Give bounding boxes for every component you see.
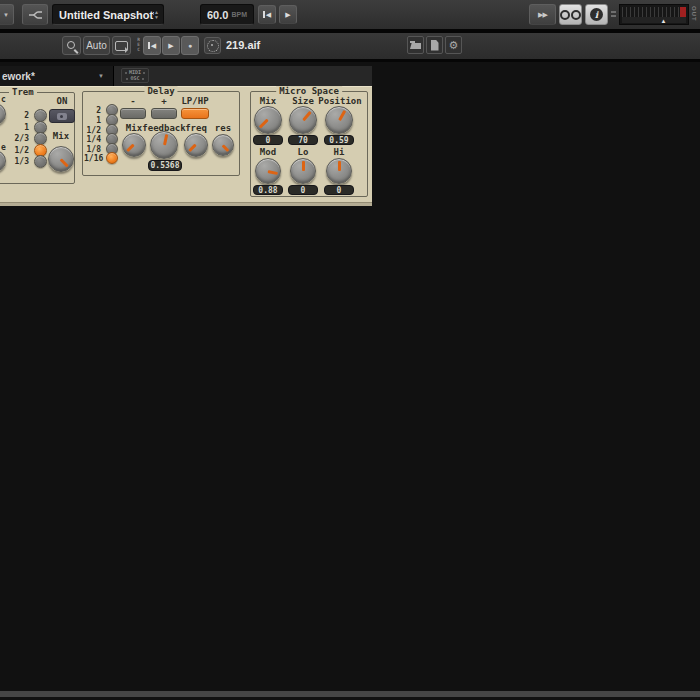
snapshot-spinner[interactable]: ▲ ▼ xyxy=(154,10,159,19)
micro-mix-value: 0 xyxy=(253,135,283,145)
micro-hi-knob[interactable] xyxy=(326,158,352,184)
fast-forward-button[interactable]: ▶▶ xyxy=(529,4,556,25)
transport-play-button[interactable]: ▶ xyxy=(162,36,180,55)
settings-button[interactable]: ⚙ xyxy=(445,36,462,54)
snapshot-field[interactable]: Untitled Snapshot* ▲ ▼ xyxy=(52,4,164,25)
record-icon: ● xyxy=(188,42,192,49)
rewind-icon: ◀ xyxy=(151,42,156,50)
meter-grip-icon xyxy=(611,11,616,17)
micro-hi-label: Hi xyxy=(334,147,345,157)
transport-record-button[interactable]: ● xyxy=(181,36,199,55)
micro-size-value: 70 xyxy=(288,135,318,145)
search-icon xyxy=(66,40,78,52)
loop-icon xyxy=(115,41,128,51)
micro-mod-value: 0.88 xyxy=(253,185,283,195)
file-actions-group: ⚙ xyxy=(407,36,462,54)
reaktor-app-window: ▼ Untitled Snapshot* ▲ ▼ 60.0 BPM ◀ ▶ ▶▶ xyxy=(0,0,700,700)
preset-dropdown[interactable]: ework* ▼ xyxy=(0,66,114,86)
micro-space-title: Micro Space xyxy=(276,86,342,96)
micro-mix-knob[interactable] xyxy=(254,106,282,134)
trem-rate-label: 1/3 xyxy=(10,157,29,166)
micro-position-knob[interactable] xyxy=(325,106,353,134)
trem-rate-label: 2/3 xyxy=(10,134,29,143)
chevron-down-icon: ▼ xyxy=(98,73,104,79)
trem-mix-knob[interactable] xyxy=(48,146,74,172)
micro-size-knob[interactable] xyxy=(289,106,317,134)
delay-res-knob[interactable] xyxy=(212,134,234,156)
transport-rewind-button[interactable]: ◀ xyxy=(143,36,161,55)
audio-file-button[interactable] xyxy=(204,37,221,54)
delay-lphp-label: LP/HP xyxy=(181,96,208,106)
step-back-icon: ◀ xyxy=(266,11,271,19)
loop-button[interactable] xyxy=(112,36,131,55)
save-file-button[interactable] xyxy=(426,36,443,54)
trem-rate-row: 1/3 xyxy=(10,155,47,168)
trem-on-button[interactable] xyxy=(49,109,75,123)
midi-osc-indicator[interactable]: MIDI OSC xyxy=(121,68,149,83)
osc-label: OSC xyxy=(130,76,139,81)
transport-toolbar: Auto REC ◀ ▶ ● 219.aif ⚙ xyxy=(0,33,700,62)
dotted-circle-icon xyxy=(207,40,219,52)
output-level-meter[interactable]: ▲ xyxy=(619,4,689,25)
delay-freq-knob[interactable] xyxy=(184,133,208,157)
bpm-field[interactable]: 60.0 BPM xyxy=(200,4,254,25)
micro-mod-knob[interactable] xyxy=(255,158,281,184)
spinner-down-icon[interactable]: ▼ xyxy=(154,15,159,19)
info-button[interactable]: i xyxy=(585,4,608,25)
tape-recorder-button[interactable] xyxy=(559,4,582,25)
trem-rate-label: 2 xyxy=(10,111,29,120)
auto-label: Auto xyxy=(86,40,107,51)
delay-rate-label: 1/16 xyxy=(84,154,101,163)
delay-plus-button[interactable] xyxy=(151,108,177,119)
file-icon xyxy=(431,40,439,51)
micro-lo-knob[interactable] xyxy=(290,158,316,184)
panel-bottom-edge xyxy=(0,202,372,206)
knob-pointer xyxy=(291,159,315,183)
delay-minus-label: - xyxy=(130,96,135,106)
micro-mod-label: Mod xyxy=(260,147,276,157)
status-bar xyxy=(0,691,700,697)
bpm-step-back-button[interactable]: ◀ xyxy=(258,5,276,24)
trem-rate-label: 1/2 xyxy=(10,146,29,155)
delay-feedback-value: 0.5368 xyxy=(148,160,182,171)
knob-pointer xyxy=(327,159,351,183)
delay-rate-led[interactable] xyxy=(106,152,118,164)
rewind-bar-icon xyxy=(148,42,150,49)
meter-gain-track[interactable]: ▲ xyxy=(622,17,686,23)
delay-mix-knob[interactable] xyxy=(122,133,146,157)
bpm-step-forward-button[interactable]: ▶ xyxy=(279,5,297,24)
info-icon: i xyxy=(590,8,603,21)
delay-feedback-knob[interactable] xyxy=(150,131,178,159)
out-label: OUT xyxy=(691,6,697,22)
micro-lo-label: Lo xyxy=(298,147,309,157)
trem-mix-label: Mix xyxy=(53,131,69,141)
power-icon xyxy=(57,113,67,120)
bpm-unit-label: BPM xyxy=(231,11,247,18)
delay-plus-label: + xyxy=(161,96,166,106)
auto-button[interactable]: Auto xyxy=(83,36,110,55)
osc-row: OSC xyxy=(126,76,143,81)
delay-title: Delay xyxy=(144,86,177,96)
structure-view-button[interactable] xyxy=(22,4,48,25)
folder-icon xyxy=(410,41,421,49)
play-icon: ▶ xyxy=(168,42,173,50)
bpm-value[interactable]: 60.0 xyxy=(201,9,228,21)
meter-gain-pointer[interactable]: ▲ xyxy=(660,18,666,24)
open-folder-button[interactable] xyxy=(407,36,424,54)
main-toolbar: ▼ Untitled Snapshot* ▲ ▼ 60.0 BPM ◀ ▶ ▶▶ xyxy=(0,0,700,29)
instrument-header: ework* ▼ MIDI OSC xyxy=(0,66,372,86)
trem-rate-label: 1 xyxy=(10,123,29,132)
delay-rate-row: 1/16 xyxy=(84,152,118,164)
delay-minus-button[interactable] xyxy=(120,108,146,119)
gear-icon: ⚙ xyxy=(449,40,459,51)
trem-title: Trem xyxy=(9,87,37,97)
fast-forward-icon: ▶▶ xyxy=(538,11,547,19)
knob-pointer xyxy=(149,130,180,161)
delay-lphp-button[interactable] xyxy=(181,108,209,119)
left-cut-dropdown-button[interactable]: ▼ xyxy=(0,4,14,25)
knob-pointer xyxy=(254,157,282,185)
tape-icon xyxy=(560,10,581,20)
snapshot-name: Untitled Snapshot* xyxy=(53,9,154,21)
structure-icon xyxy=(28,9,43,21)
zoom-tool-button[interactable] xyxy=(62,36,81,55)
